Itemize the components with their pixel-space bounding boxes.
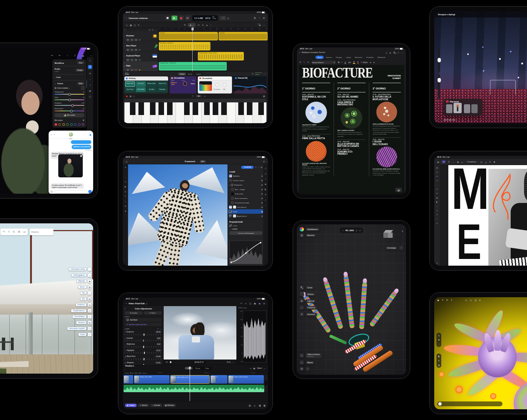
menu-icon[interactable]: ≡ [448,161,450,163]
timeline-ruler[interactable]: 00:00:1500:00:3000:00:45 [123,371,268,374]
back-icon[interactable]: ‹ [54,133,55,136]
tint-slider[interactable] [55,99,84,100]
entity-info-icon[interactable]: ◔ [88,267,92,271]
modeling-button[interactable]: Modellazione [305,228,320,231]
play-surface-button[interactable]: ⌘ [196,95,202,97]
snap-value[interactable]: 1/4 [259,25,261,26]
tab-review[interactable]: Revisione [353,56,364,59]
back-icon[interactable]: ‹ [126,16,127,20]
exposure-slider[interactable]: ⇅Exposure45.59 [125,331,161,335]
visibility-icon[interactable]: ◉ [261,180,263,181]
curvature-tool-icon[interactable]: ✐ [436,180,438,182]
flipbook-frame[interactable] [464,104,470,113]
undo-icon[interactable]: ↶ [263,160,265,163]
pan-icon[interactable]: ✥ [438,339,440,341]
track-row[interactable]: 2 Bass Player MSR [123,41,158,51]
pencil-icon[interactable]: ✎ [192,95,194,97]
share-icon[interactable]: ⇧ [74,54,76,57]
align-icon[interactable]: ≡ [490,161,491,163]
history-button[interactable]: Cronologia [385,246,397,250]
photo-attachment[interactable] [58,154,83,177]
animate-button[interactable]: ◔Animate [150,404,162,407]
section-view-button[interactable]: Vista in sezioneDisattivato [305,353,322,358]
flipbook-panel[interactable]: Flip-book [444,99,482,116]
camera-icon[interactable]: ◫ [475,299,477,301]
add-icon[interactable]: ⊞ [299,299,304,303]
warn-icon[interactable]: ◬ [485,161,487,163]
undo-icon[interactable]: ↶ [299,61,301,63]
layers-icon[interactable]: ❖ [493,161,495,163]
measure-button[interactable]: Misura [305,361,314,364]
document-title[interactable]: Frammenti [185,160,195,163]
collapse-icon[interactable]: ⊖ [359,229,361,232]
panel-button-environment[interactable]: Ambiente [76,303,86,306]
plugin-power-icon[interactable] [199,78,201,79]
mask-icon[interactable]: ◧ [265,188,266,190]
send-button[interactable]: ↑ [88,190,92,193]
tab-track[interactable]: Track [178,73,186,75]
volume-button[interactable]: ◁Volume [138,404,149,407]
props-layer-row[interactable]: Curve [228,223,264,228]
history-icon[interactable]: ◔ [259,17,260,19]
alchemy-preset[interactable]: Bright Synth [125,81,135,87]
facetime-icon[interactable]: ▣ [89,134,91,136]
back-icon[interactable]: ‹ [466,161,467,163]
brush-tool-icon[interactable]: ✎ [436,188,438,190]
preset-label[interactable]: Predefinito [468,161,476,163]
tools-icon[interactable]: ✕ [299,312,304,316]
add-layer-icon[interactable]: + [265,178,266,180]
browse-button[interactable]: Sfoglia [75,69,84,72]
mix-color-button[interactable]: Mix colore [55,113,84,117]
alchemy-preset[interactable]: Motion Pad [157,81,167,87]
measure-icon[interactable]: ⌗ [299,360,304,365]
help-icon[interactable]: ◔ [258,166,259,168]
gradient-tool-icon[interactable]: ◐ [125,200,126,202]
view-editor-icon[interactable]: ◫ [134,24,136,26]
plugin-power-icon[interactable] [126,78,128,79]
region-drummer[interactable]: Drummer [219,32,268,40]
mute-button[interactable]: M [126,69,130,71]
help-icon[interactable]: ? [88,332,92,337]
add-button[interactable]: Aggiungi [305,299,316,303]
color-dot-red[interactable] [55,123,57,126]
home-icon[interactable]: ⌂ [342,229,344,232]
ruler[interactable]: 1234567891011121314151617 [158,28,268,31]
viewer[interactable] [164,306,236,360]
tab-layout[interactable]: Layout [344,56,353,59]
curves-graph[interactable] [229,240,262,264]
rotate-icon[interactable]: ◳ [480,161,482,163]
zoom-tool-icon[interactable]: ◔ [210,24,212,26]
direct-tool-icon[interactable]: ➤ [436,171,438,173]
back-icon[interactable]: ‹ [299,51,300,54]
region-bass[interactable]: Bass Player - Indie Disco [159,42,210,50]
more-icon[interactable]: ⋯ [155,29,157,31]
home-icon[interactable]: ⌂ [126,160,127,163]
materials-icon[interactable]: ◆ [88,279,92,283]
enhance-button[interactable]: ✦Enhance Light and Color [125,323,161,326]
saturation-slider[interactable] [55,111,84,111]
environment-icon[interactable]: ◍ [88,303,92,307]
color-dot-magenta[interactable] [82,123,84,126]
transform-button[interactable]: Trasforma [305,306,317,309]
history-icon[interactable]: ◔ [67,55,68,57]
record-enable-button[interactable]: R [134,39,138,41]
comment-icon[interactable]: ▢ [265,167,266,170]
stamp-tool-icon[interactable]: ◎ [125,190,126,193]
metronome-icon[interactable]: △ [227,17,229,20]
color-dot-orange[interactable] [58,123,61,126]
panel-button-soften[interactable]: Ammorbidisci [72,315,86,318]
color-icon[interactable]: ◉ [259,302,261,305]
multicam-button[interactable]: ▦Multicam [163,404,176,407]
alchemy-preset[interactable]: Bright Arp [157,87,167,92]
arrange-area[interactable]: Drummer Drummer Bass Player - Indie Disc… [158,31,268,71]
more-icon[interactable]: ⋯ [264,367,266,370]
color-mode-icon[interactable] [299,227,304,232]
orbit-icon[interactable]: ◎ [438,334,440,337]
split-view-icon[interactable]: ◫ [249,302,251,305]
loop-icon[interactable]: ∞ [250,367,252,370]
brush-opacity-slider[interactable] [438,75,440,99]
loops-browser-icon[interactable]: ▣ [126,95,128,97]
more-tools-icon[interactable]: ⋯ [125,215,127,217]
visibility-icon[interactable]: ◉ [261,202,263,204]
alchemy-preset[interactable]: Modern Synth [147,81,157,87]
